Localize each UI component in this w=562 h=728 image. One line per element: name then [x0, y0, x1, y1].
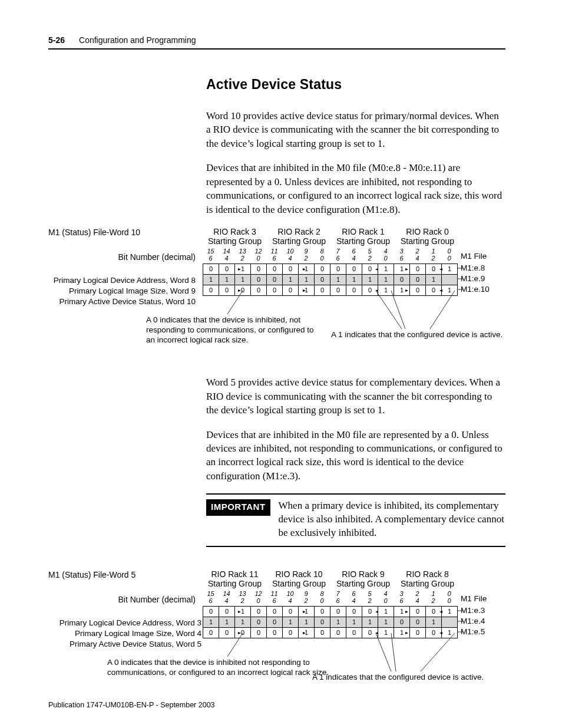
diagram-word10: M1 (Status) File-Word 10 Bit Number (dec… [48, 227, 514, 354]
m1-file-label: M1 File [461, 594, 487, 603]
row-label: Primary Logical Image Size, Word 4 [48, 628, 201, 639]
rack-header: RIO Rack 8 [406, 569, 448, 579]
bit-number-label: Bit Number (decimal) [48, 594, 196, 605]
rack-header: RIO Rack 11 [211, 569, 258, 579]
bit-number-label: Bit Number (decimal) [48, 252, 196, 262]
paragraph: Devices that are inhibited in the M0 fil… [206, 428, 505, 483]
zero-annotation: A 0 indicates that the device is inhibit… [146, 315, 323, 345]
one-annotation: A 1 indicates that the configured device… [312, 673, 495, 683]
svg-line-3 [430, 291, 455, 329]
m1-file-label: M1 File [461, 252, 487, 261]
rack-header: RIO Rack 10 [275, 569, 322, 579]
publication-footer: Publication 1747-UM010B-EN-P - September… [48, 701, 215, 709]
running-header: 5-26 Configuration and Programming [48, 35, 505, 50]
svg-line-1 [376, 291, 402, 329]
row-label: Primary Logical Device Address, Word 8 [48, 275, 196, 286]
rack-header: RIO Rack 9 [342, 569, 384, 579]
paragraph: Word 5 provides active device status for… [206, 375, 505, 417]
svg-line-6 [391, 633, 396, 671]
row-label: Primary Logical Image Size, Word 9 [48, 286, 196, 297]
svg-line-2 [391, 291, 405, 329]
rack-header: RIO Rack 2 [277, 227, 320, 236]
section-heading: Active Device Status [206, 77, 514, 93]
bit-table: 0010001000011001111001101111001000000100… [203, 606, 458, 638]
row-label: Primary Logical Device Address, Word 3 [48, 618, 201, 628]
bit-table: 0010001000011001111001101111001000000100… [203, 263, 458, 296]
diagram-title: M1 (Status) File-Word 10 [48, 227, 196, 238]
paragraph: Word 10 provides active device status fo… [206, 109, 505, 150]
row-label: Primary Active Device Status, Word 10 [48, 297, 196, 307]
svg-line-5 [376, 633, 391, 671]
page-number: 5-26 [48, 35, 65, 45]
row-label: Primary Active Device Status, Word 5 [48, 639, 201, 650]
paragraph: Devices that are inhibited in the M0 fil… [206, 161, 505, 216]
one-annotation: A 1 indicates that the configured device… [331, 330, 508, 340]
rack-header: RIO Rack 3 [213, 227, 256, 236]
diagram-word5: M1 (Status) File-Word 5 Bit Number (deci… [48, 569, 514, 687]
zero-annotation: A 0 indicates that the device is inhibit… [107, 658, 331, 678]
important-text: When a primary device is inhibited, its … [279, 499, 505, 540]
rack-header: RIO Rack 1 [342, 227, 384, 236]
important-box: IMPORTANT When a primary device is inhib… [206, 493, 505, 547]
diagram-title: M1 (Status) File-Word 5 [48, 569, 196, 580]
important-label: IMPORTANT [206, 499, 270, 516]
chapter-title: Configuration and Programming [79, 35, 196, 45]
rack-header: RIO Rack 0 [406, 227, 448, 236]
svg-line-7 [421, 633, 455, 671]
